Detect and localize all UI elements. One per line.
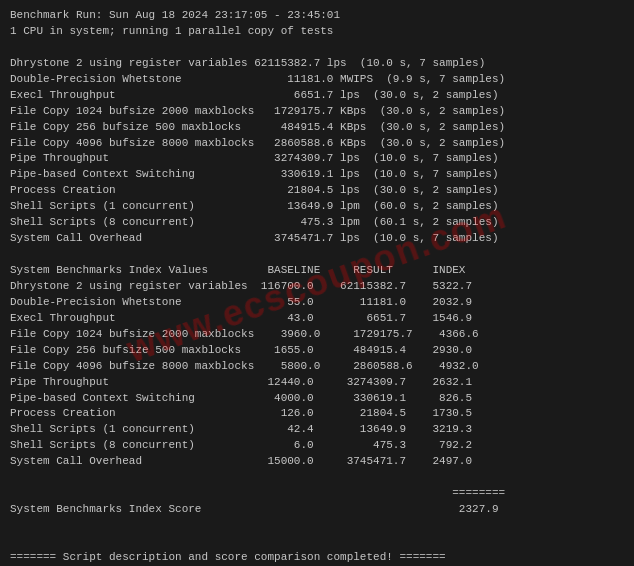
index-row-3: File Copy 1024 bufsize 2000 maxblocks 39… — [10, 327, 624, 343]
perf-row-1: Double-Precision Whetstone 11181.0 MWIPS… — [10, 72, 624, 88]
index-row-5: File Copy 4096 bufsize 8000 maxblocks 58… — [10, 359, 624, 375]
index-row-9: Shell Scripts (1 concurrent) 42.4 13649.… — [10, 422, 624, 438]
index-header: System Benchmarks Index Values BASELINE … — [10, 263, 624, 279]
footer-line: ======= Script description and score com… — [10, 550, 624, 566]
index-row-11: System Call Overhead 15000.0 3745471.7 2… — [10, 454, 624, 470]
perf-row-7: Pipe-based Context Switching 330619.1 lp… — [10, 167, 624, 183]
index-row-7: Pipe-based Context Switching 4000.0 3306… — [10, 391, 624, 407]
index-row-10: Shell Scripts (8 concurrent) 6.0 475.3 7… — [10, 438, 624, 454]
perf-row-2: Execl Throughput 6651.7 lps (30.0 s, 2 s… — [10, 88, 624, 104]
header-line1: Benchmark Run: Sun Aug 18 2024 23:17:05 … — [10, 8, 624, 24]
score-line: System Benchmarks Index Score 2327.9 — [10, 502, 624, 518]
index-row-6: Pipe Throughput 12440.0 3274309.7 2632.1 — [10, 375, 624, 391]
perf-row-3: File Copy 1024 bufsize 2000 maxblocks 17… — [10, 104, 624, 120]
perf-row-10: Shell Scripts (8 concurrent) 475.3 lpm (… — [10, 215, 624, 231]
perf-row-9: Shell Scripts (1 concurrent) 13649.9 lpm… — [10, 199, 624, 215]
blank-line-3 — [10, 470, 624, 486]
perf-row-8: Process Creation 21804.5 lps (30.0 s, 2 … — [10, 183, 624, 199]
index-section: System Benchmarks Index Values BASELINE … — [10, 263, 624, 470]
index-row-4: File Copy 256 bufsize 500 maxblocks 1655… — [10, 343, 624, 359]
perf-row-6: Pipe Throughput 3274309.7 lps (10.0 s, 7… — [10, 151, 624, 167]
divider-line: ======== — [10, 486, 624, 502]
perf-row-5: File Copy 4096 bufsize 8000 maxblocks 28… — [10, 136, 624, 152]
perf-row-11: System Call Overhead 3745471.7 lps (10.0… — [10, 231, 624, 247]
index-row-8: Process Creation 126.0 21804.5 1730.5 — [10, 406, 624, 422]
blank-line-4 — [10, 518, 624, 534]
blank-line-2 — [10, 247, 624, 263]
blank-line-5 — [10, 534, 624, 550]
performance-section: Dhrystone 2 using register variables 621… — [10, 56, 624, 247]
index-row-2: Execl Throughput 43.0 6651.7 1546.9 — [10, 311, 624, 327]
index-row-0: Dhrystone 2 using register variables 116… — [10, 279, 624, 295]
index-row-1: Double-Precision Whetstone 55.0 11181.0 … — [10, 295, 624, 311]
perf-row-4: File Copy 256 bufsize 500 maxblocks 4849… — [10, 120, 624, 136]
blank-line-1 — [10, 40, 624, 56]
terminal-output: Benchmark Run: Sun Aug 18 2024 23:17:05 … — [10, 8, 624, 566]
header-line2: 1 CPU in system; running 1 parallel copy… — [10, 24, 624, 40]
perf-row-0: Dhrystone 2 using register variables 621… — [10, 56, 624, 72]
